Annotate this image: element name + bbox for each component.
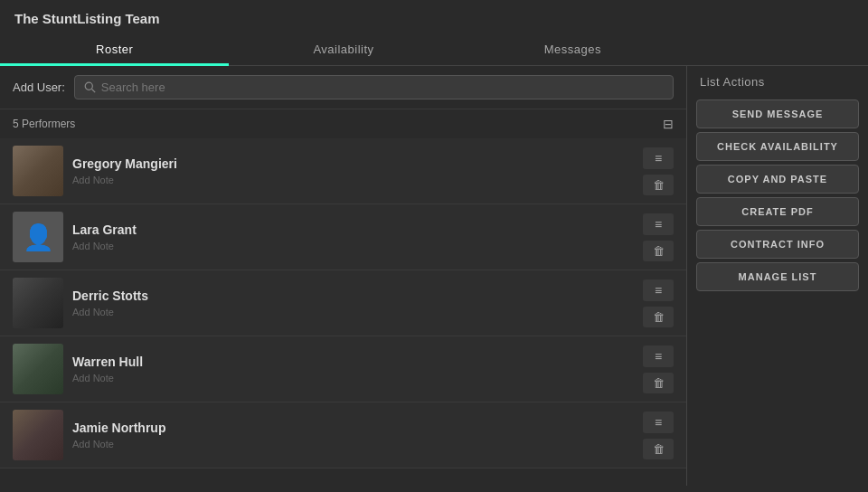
- performer-name: Jamie Northrup: [72, 421, 634, 435]
- performer-actions: ≡ 🗑: [643, 345, 674, 393]
- main-layout: Add User: 5 Performers ⊟ Gregory Mangier…: [0, 66, 868, 486]
- add-user-row: Add User:: [0, 66, 686, 109]
- performer-avatar: [13, 146, 63, 196]
- page-title: The StuntListing Team: [0, 0, 868, 33]
- menu-button[interactable]: ≡: [643, 147, 674, 169]
- performer-avatar: [13, 344, 63, 394]
- svg-point-0: [85, 82, 92, 90]
- tab-availability[interactable]: Availability: [229, 33, 458, 65]
- performers-count: 5 Performers: [13, 118, 75, 130]
- tab-roster[interactable]: Roster: [0, 33, 229, 65]
- performer-info: Warren Hull Add Note: [72, 355, 634, 383]
- search-input[interactable]: [101, 80, 664, 94]
- performer-note[interactable]: Add Note: [72, 241, 634, 251]
- delete-button[interactable]: 🗑: [643, 439, 674, 459]
- performer-actions: ≡ 🗑: [643, 147, 674, 195]
- manage-list-button[interactable]: Manage List: [696, 262, 859, 291]
- delete-button[interactable]: 🗑: [643, 307, 674, 327]
- delete-button[interactable]: 🗑: [643, 373, 674, 393]
- performer-info: Lara Grant Add Note: [72, 222, 634, 251]
- tabs-bar: Roster Availability Messages: [0, 33, 868, 66]
- performer-row: Jamie Northrup Add Note ≡ 🗑: [0, 402, 686, 468]
- filter-icon[interactable]: ⊟: [663, 117, 674, 131]
- performer-note[interactable]: Add Note: [72, 439, 634, 449]
- check-availability-button[interactable]: Check Availability: [696, 132, 859, 161]
- search-wrap: [74, 75, 674, 99]
- delete-button[interactable]: 🗑: [643, 175, 674, 195]
- add-user-label: Add User:: [13, 80, 65, 94]
- tab-spacer: [687, 33, 868, 65]
- contract-info-button[interactable]: Contract Info: [696, 230, 859, 259]
- performer-row: 👤 Lara Grant Add Note ≡ 🗑: [0, 204, 686, 270]
- performer-note[interactable]: Add Note: [72, 373, 634, 383]
- performer-actions: ≡ 🗑: [643, 412, 674, 459]
- performer-name: Gregory Mangieri: [72, 156, 634, 171]
- menu-button[interactable]: ≡: [643, 345, 674, 367]
- performer-note[interactable]: Add Note: [72, 307, 634, 317]
- performer-actions: ≡ 🗑: [643, 213, 674, 261]
- performer-avatar: [13, 278, 63, 328]
- performer-avatar: [13, 410, 63, 460]
- avatar-placeholder: 👤: [23, 222, 54, 252]
- right-panel: List Actions Send MessageCheck Availabil…: [687, 66, 868, 486]
- list-actions-title: List Actions: [687, 66, 868, 96]
- performers-header: 5 Performers ⊟: [0, 109, 686, 138]
- copy-paste-button[interactable]: Copy and Paste: [696, 165, 859, 194]
- create-pdf-button[interactable]: Create PDF: [696, 197, 859, 226]
- performer-avatar: 👤: [13, 212, 63, 262]
- performer-info: Jamie Northrup Add Note: [72, 421, 634, 449]
- performer-row: Warren Hull Add Note ≡ 🗑: [0, 336, 686, 402]
- performer-actions: ≡ 🗑: [643, 279, 674, 327]
- svg-line-1: [91, 90, 95, 93]
- menu-button[interactable]: ≡: [643, 412, 674, 433]
- search-icon: [84, 81, 96, 93]
- tab-messages[interactable]: Messages: [458, 33, 687, 65]
- performers-list: Gregory Mangieri Add Note ≡ 🗑 👤 Lara Gra…: [0, 138, 686, 468]
- performer-info: Derric Stotts Add Note: [72, 289, 634, 317]
- performer-name: Warren Hull: [72, 355, 634, 369]
- send-message-button[interactable]: Send Message: [696, 99, 859, 128]
- action-buttons-container: Send MessageCheck AvailabilityCopy and P…: [687, 96, 868, 295]
- left-panel: Add User: 5 Performers ⊟ Gregory Mangier…: [0, 66, 687, 486]
- delete-button[interactable]: 🗑: [643, 241, 674, 261]
- menu-button[interactable]: ≡: [643, 279, 674, 301]
- performer-name: Lara Grant: [72, 222, 634, 237]
- performer-note[interactable]: Add Note: [72, 175, 634, 185]
- performer-info: Gregory Mangieri Add Note: [72, 156, 634, 185]
- performer-row: Derric Stotts Add Note ≡ 🗑: [0, 270, 686, 336]
- menu-button[interactable]: ≡: [643, 213, 674, 235]
- performer-name: Derric Stotts: [72, 289, 634, 303]
- performer-row: Gregory Mangieri Add Note ≡ 🗑: [0, 138, 686, 204]
